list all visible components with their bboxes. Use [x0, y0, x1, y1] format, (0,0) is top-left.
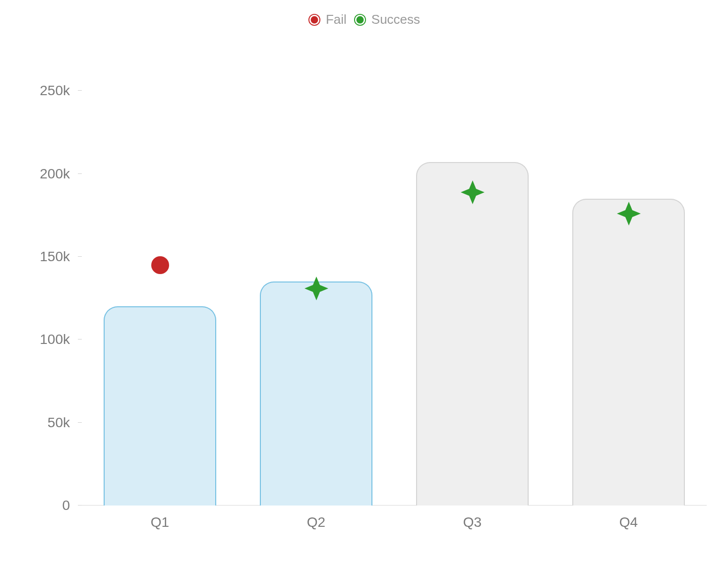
y-tick-mark — [78, 173, 82, 174]
chart-container: Fail Success 050k100k150k200k250kQ1Q2Q3Q… — [0, 0, 728, 563]
y-tick-mark — [78, 90, 82, 91]
bar-q1[interactable] — [104, 306, 216, 506]
x-tick-label: Q3 — [463, 514, 482, 530]
y-tick-label: 0 — [62, 498, 70, 513]
x-tick-label: Q4 — [619, 514, 638, 530]
plot-area: 050k100k150k200k250kQ1Q2Q3Q4 — [82, 74, 707, 506]
fail-icon — [308, 13, 321, 26]
legend-item-success[interactable]: Success — [354, 12, 420, 27]
x-tick-label: Q1 — [151, 514, 169, 530]
legend-label-fail: Fail — [326, 12, 347, 27]
bar-q3[interactable] — [416, 162, 529, 506]
legend-label-success: Success — [371, 12, 420, 27]
legend: Fail Success — [0, 12, 728, 27]
y-tick-mark — [78, 422, 82, 423]
bar-q4[interactable] — [572, 199, 685, 506]
y-tick-mark — [78, 256, 82, 257]
legend-item-fail[interactable]: Fail — [308, 12, 347, 27]
y-tick-label: 150k — [40, 249, 70, 265]
success-icon — [354, 13, 366, 26]
y-tick-mark — [78, 505, 82, 506]
y-tick-label: 200k — [40, 166, 70, 182]
y-tick-mark — [78, 339, 82, 339]
fail-marker[interactable] — [150, 255, 171, 276]
success-marker[interactable] — [303, 276, 329, 301]
x-tick-label: Q2 — [307, 514, 325, 530]
svg-point-1 — [310, 16, 318, 23]
y-tick-label: 50k — [48, 415, 70, 431]
success-marker[interactable] — [616, 201, 642, 226]
success-marker[interactable] — [460, 179, 485, 205]
svg-point-4 — [151, 256, 169, 274]
y-tick-label: 100k — [40, 332, 70, 347]
svg-point-3 — [356, 16, 364, 23]
bar-q2[interactable] — [260, 282, 372, 506]
y-tick-label: 250k — [40, 83, 70, 99]
